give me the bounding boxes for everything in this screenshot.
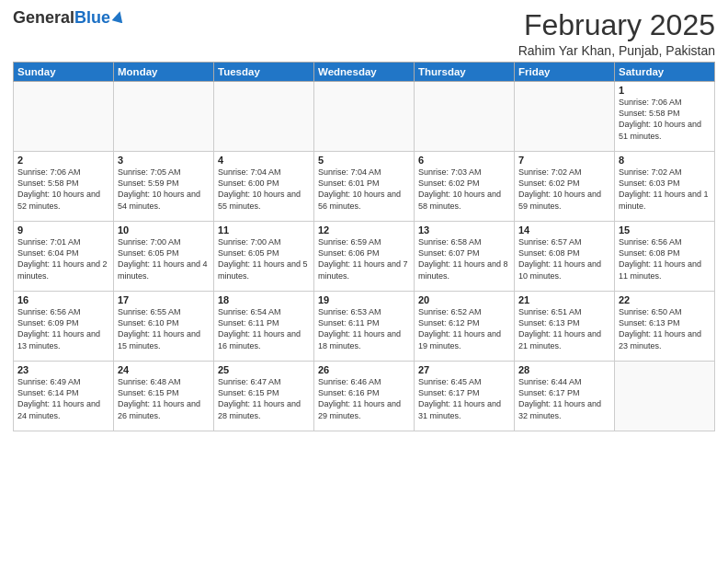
- day-info: Sunrise: 7:04 AM Sunset: 6:01 PM Dayligh…: [318, 167, 410, 212]
- table-row: 7Sunrise: 7:02 AM Sunset: 6:02 PM Daylig…: [515, 152, 615, 222]
- day-number: 6: [418, 155, 510, 166]
- logo-blue: Blue: [74, 8, 110, 27]
- day-number: 7: [518, 155, 610, 166]
- table-row: 21Sunrise: 6:51 AM Sunset: 6:13 PM Dayli…: [515, 292, 615, 362]
- table-row: [114, 82, 214, 152]
- table-row: 22Sunrise: 6:50 AM Sunset: 6:13 PM Dayli…: [615, 292, 715, 362]
- calendar-week-row: 16Sunrise: 6:56 AM Sunset: 6:09 PM Dayli…: [14, 292, 715, 362]
- day-number: 9: [17, 224, 109, 236]
- day-number: 23: [17, 364, 109, 375]
- table-row: 14Sunrise: 6:57 AM Sunset: 6:08 PM Dayli…: [515, 222, 615, 292]
- day-info: Sunrise: 6:52 AM Sunset: 6:12 PM Dayligh…: [418, 306, 510, 351]
- day-info: Sunrise: 6:56 AM Sunset: 6:09 PM Dayligh…: [17, 306, 109, 351]
- col-monday: Monday: [114, 63, 214, 82]
- day-info: Sunrise: 6:49 AM Sunset: 6:14 PM Dayligh…: [17, 376, 109, 421]
- day-number: 3: [118, 155, 210, 166]
- day-info: Sunrise: 6:46 AM Sunset: 6:16 PM Dayligh…: [318, 376, 410, 421]
- day-info: Sunrise: 6:59 AM Sunset: 6:06 PM Dayligh…: [318, 236, 410, 282]
- day-number: 13: [418, 224, 510, 236]
- col-wednesday: Wednesday: [314, 63, 415, 82]
- day-number: 5: [318, 155, 410, 166]
- day-number: 2: [17, 155, 109, 166]
- day-info: Sunrise: 6:45 AM Sunset: 6:17 PM Dayligh…: [418, 376, 510, 421]
- page: GeneralBlue February 2025 Rahim Yar Khan…: [0, 0, 728, 563]
- table-row: 12Sunrise: 6:59 AM Sunset: 6:06 PM Dayli…: [314, 222, 415, 292]
- table-row: 10Sunrise: 7:00 AM Sunset: 6:05 PM Dayli…: [114, 222, 214, 292]
- table-row: 20Sunrise: 6:52 AM Sunset: 6:12 PM Dayli…: [415, 292, 515, 362]
- col-thursday: Thursday: [415, 63, 515, 82]
- day-info: Sunrise: 7:02 AM Sunset: 6:03 PM Dayligh…: [619, 167, 711, 212]
- day-info: Sunrise: 6:55 AM Sunset: 6:10 PM Dayligh…: [118, 306, 210, 351]
- table-row: 3Sunrise: 7:05 AM Sunset: 5:59 PM Daylig…: [114, 152, 214, 222]
- day-info: Sunrise: 6:56 AM Sunset: 6:08 PM Dayligh…: [619, 236, 711, 282]
- day-number: 28: [518, 364, 610, 375]
- day-info: Sunrise: 7:05 AM Sunset: 5:59 PM Dayligh…: [118, 167, 210, 212]
- logo-icon: [112, 10, 125, 23]
- day-info: Sunrise: 7:06 AM Sunset: 5:58 PM Dayligh…: [619, 97, 711, 142]
- table-row: [615, 362, 715, 431]
- day-info: Sunrise: 6:51 AM Sunset: 6:13 PM Dayligh…: [518, 306, 610, 351]
- svg-marker-0: [112, 10, 125, 23]
- col-saturday: Saturday: [615, 63, 715, 82]
- table-row: 4Sunrise: 7:04 AM Sunset: 6:00 PM Daylig…: [214, 152, 314, 222]
- day-number: 14: [518, 224, 610, 236]
- calendar-week-row: 1Sunrise: 7:06 AM Sunset: 5:58 PM Daylig…: [14, 82, 715, 152]
- table-row: 19Sunrise: 6:53 AM Sunset: 6:11 PM Dayli…: [314, 292, 415, 362]
- day-info: Sunrise: 6:44 AM Sunset: 6:17 PM Dayligh…: [518, 376, 610, 421]
- table-row: 8Sunrise: 7:02 AM Sunset: 6:03 PM Daylig…: [615, 152, 715, 222]
- day-number: 27: [418, 364, 510, 375]
- day-number: 25: [218, 364, 310, 375]
- logo-area: GeneralBlue: [13, 9, 125, 28]
- day-number: 11: [218, 224, 310, 236]
- day-info: Sunrise: 6:48 AM Sunset: 6:15 PM Dayligh…: [118, 376, 210, 421]
- day-number: 16: [17, 294, 109, 305]
- day-number: 15: [619, 224, 711, 236]
- table-row: 17Sunrise: 6:55 AM Sunset: 6:10 PM Dayli…: [114, 292, 214, 362]
- table-row: 25Sunrise: 6:47 AM Sunset: 6:15 PM Dayli…: [214, 362, 314, 431]
- table-row: 24Sunrise: 6:48 AM Sunset: 6:15 PM Dayli…: [114, 362, 214, 431]
- day-number: 19: [318, 294, 410, 305]
- table-row: 18Sunrise: 6:54 AM Sunset: 6:11 PM Dayli…: [214, 292, 314, 362]
- table-row: 27Sunrise: 6:45 AM Sunset: 6:17 PM Dayli…: [415, 362, 515, 431]
- table-row: 13Sunrise: 6:58 AM Sunset: 6:07 PM Dayli…: [415, 222, 515, 292]
- table-row: [14, 82, 114, 152]
- day-number: 26: [318, 364, 410, 375]
- col-friday: Friday: [515, 63, 615, 82]
- table-row: 2Sunrise: 7:06 AM Sunset: 5:58 PM Daylig…: [14, 152, 114, 222]
- day-info: Sunrise: 7:04 AM Sunset: 6:00 PM Dayligh…: [218, 167, 310, 212]
- location-title: Rahim Yar Khan, Punjab, Pakistan: [518, 43, 715, 58]
- day-info: Sunrise: 6:53 AM Sunset: 6:11 PM Dayligh…: [318, 306, 410, 351]
- table-row: 26Sunrise: 6:46 AM Sunset: 6:16 PM Dayli…: [314, 362, 415, 431]
- day-info: Sunrise: 6:50 AM Sunset: 6:13 PM Dayligh…: [619, 306, 711, 351]
- logo-wrapper: GeneralBlue: [13, 9, 125, 28]
- day-info: Sunrise: 7:00 AM Sunset: 6:05 PM Dayligh…: [218, 236, 310, 282]
- month-title: February 2025: [518, 9, 715, 41]
- calendar-week-row: 9Sunrise: 7:01 AM Sunset: 6:04 PM Daylig…: [14, 222, 715, 292]
- day-number: 24: [118, 364, 210, 375]
- logo-text: GeneralBlue: [13, 9, 110, 28]
- day-info: Sunrise: 7:00 AM Sunset: 6:05 PM Dayligh…: [118, 236, 210, 282]
- table-row: 5Sunrise: 7:04 AM Sunset: 6:01 PM Daylig…: [314, 152, 415, 222]
- day-number: 12: [318, 224, 410, 236]
- day-info: Sunrise: 6:58 AM Sunset: 6:07 PM Dayligh…: [418, 236, 510, 282]
- calendar-table: Sunday Monday Tuesday Wednesday Thursday…: [13, 62, 715, 431]
- table-row: 28Sunrise: 6:44 AM Sunset: 6:17 PM Dayli…: [515, 362, 615, 431]
- calendar-week-row: 23Sunrise: 6:49 AM Sunset: 6:14 PM Dayli…: [14, 362, 715, 431]
- day-number: 1: [619, 85, 711, 96]
- day-info: Sunrise: 6:57 AM Sunset: 6:08 PM Dayligh…: [518, 236, 610, 282]
- table-row: 1Sunrise: 7:06 AM Sunset: 5:58 PM Daylig…: [615, 82, 715, 152]
- table-row: [515, 82, 615, 152]
- table-row: [214, 82, 314, 152]
- table-row: 23Sunrise: 6:49 AM Sunset: 6:14 PM Dayli…: [14, 362, 114, 431]
- day-number: 22: [619, 294, 711, 305]
- table-row: [415, 82, 515, 152]
- day-info: Sunrise: 7:03 AM Sunset: 6:02 PM Dayligh…: [418, 167, 510, 212]
- day-info: Sunrise: 7:06 AM Sunset: 5:58 PM Dayligh…: [17, 167, 109, 212]
- table-row: 11Sunrise: 7:00 AM Sunset: 6:05 PM Dayli…: [214, 222, 314, 292]
- day-number: 20: [418, 294, 510, 305]
- day-info: Sunrise: 6:47 AM Sunset: 6:15 PM Dayligh…: [218, 376, 310, 421]
- day-info: Sunrise: 7:02 AM Sunset: 6:02 PM Dayligh…: [518, 167, 610, 212]
- day-number: 10: [118, 224, 210, 236]
- day-number: 8: [619, 155, 711, 166]
- day-number: 18: [218, 294, 310, 305]
